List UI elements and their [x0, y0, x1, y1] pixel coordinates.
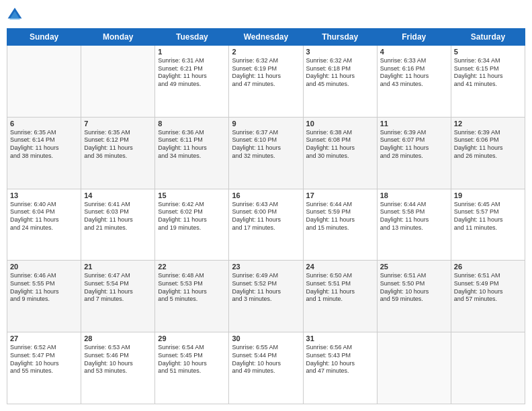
day-number: 15 — [158, 191, 226, 199]
cell-info-line: and 30 minutes. — [306, 152, 374, 161]
header — [7, 7, 525, 23]
calendar-cell: 18Sunrise: 6:44 AMSunset: 5:58 PMDayligh… — [377, 189, 451, 261]
day-header-friday: Friday — [377, 29, 451, 46]
cell-info-line: Sunrise: 6:56 AM — [306, 344, 374, 352]
day-number: 31 — [306, 334, 374, 342]
cell-info-line: Sunrise: 6:40 AM — [10, 201, 78, 209]
cell-info-line: Daylight: 11 hours — [10, 144, 78, 152]
calendar-cell: 4Sunrise: 6:33 AMSunset: 6:16 PMDaylight… — [377, 46, 451, 118]
cell-info-line: and 34 minutes. — [158, 152, 226, 161]
calendar-cell: 12Sunrise: 6:39 AMSunset: 6:06 PMDayligh… — [451, 117, 525, 189]
cell-info-line: Daylight: 11 hours — [158, 144, 226, 152]
cell-info-line: and 11 minutes. — [454, 224, 522, 232]
calendar-cell: 16Sunrise: 6:43 AMSunset: 6:00 PMDayligh… — [229, 189, 303, 261]
week-row-2: 6Sunrise: 6:35 AMSunset: 6:14 PMDaylight… — [7, 117, 525, 189]
cell-info-line: Sunset: 5:55 PM — [10, 280, 78, 288]
day-number: 7 — [84, 120, 152, 128]
day-header-tuesday: Tuesday — [155, 29, 229, 46]
cell-info-line: Sunrise: 6:35 AM — [84, 129, 152, 137]
day-number: 20 — [10, 263, 78, 271]
calendar-cell: 8Sunrise: 6:36 AMSunset: 6:11 PMDaylight… — [155, 117, 229, 189]
cell-info-line: Sunrise: 6:52 AM — [10, 344, 78, 352]
day-number: 1 — [158, 48, 226, 56]
cell-info-line: Sunrise: 6:38 AM — [306, 129, 374, 137]
day-number: 27 — [10, 334, 78, 342]
logo — [7, 7, 26, 23]
cell-info-line: and 47 minutes. — [232, 81, 300, 89]
day-number: 11 — [380, 120, 448, 128]
cell-info-line: Daylight: 11 hours — [454, 216, 522, 224]
calendar-cell: 28Sunrise: 6:53 AMSunset: 5:46 PMDayligh… — [81, 332, 155, 404]
day-number: 25 — [380, 263, 448, 271]
cell-info-line: and 9 minutes. — [10, 295, 78, 304]
cell-info-line: and 59 minutes. — [380, 295, 448, 304]
cell-info-line: Sunrise: 6:39 AM — [454, 129, 522, 137]
cell-info-line: Daylight: 10 hours — [306, 360, 374, 368]
cell-info-line: Daylight: 10 hours — [84, 360, 152, 368]
day-number: 3 — [306, 48, 374, 56]
calendar-cell: 23Sunrise: 6:49 AMSunset: 5:52 PMDayligh… — [229, 261, 303, 332]
cell-info-line: Sunrise: 6:51 AM — [454, 272, 522, 280]
cell-info-line: Daylight: 11 hours — [158, 216, 226, 224]
cell-info-line: Sunset: 6:02 PM — [158, 208, 226, 216]
day-number: 29 — [158, 334, 226, 342]
day-number: 30 — [232, 334, 300, 342]
cell-info-line: Sunrise: 6:33 AM — [380, 57, 448, 65]
cell-info-line: Daylight: 11 hours — [84, 216, 152, 224]
cell-info-line: Daylight: 11 hours — [306, 216, 374, 224]
cell-info-line: Sunset: 5:46 PM — [84, 352, 152, 360]
calendar-cell: 29Sunrise: 6:54 AMSunset: 5:45 PMDayligh… — [155, 332, 229, 404]
calendar-cell: 20Sunrise: 6:46 AMSunset: 5:55 PMDayligh… — [7, 261, 81, 332]
calendar-cell — [81, 46, 155, 118]
calendar-cell: 14Sunrise: 6:41 AMSunset: 6:03 PMDayligh… — [81, 189, 155, 261]
cell-info-line: and 53 minutes. — [84, 367, 152, 375]
cell-info-line: Sunset: 5:47 PM — [10, 352, 78, 360]
cell-info-line: Sunrise: 6:44 AM — [306, 201, 374, 209]
calendar: SundayMondayTuesdayWednesdayThursdayFrid… — [7, 28, 525, 404]
day-header-saturday: Saturday — [451, 29, 525, 46]
cell-info-line: Sunrise: 6:37 AM — [232, 129, 300, 137]
day-number: 23 — [232, 263, 300, 271]
cell-info-line: Sunset: 6:14 PM — [10, 136, 78, 144]
day-number: 24 — [306, 263, 374, 271]
cell-info-line: and 47 minutes. — [306, 367, 374, 375]
cell-info-line: Daylight: 11 hours — [84, 288, 152, 296]
cell-info-line: Sunset: 6:03 PM — [84, 208, 152, 216]
cell-info-line: and 49 minutes. — [232, 367, 300, 375]
cell-info-line: Daylight: 11 hours — [10, 288, 78, 296]
cell-info-line: Sunset: 5:45 PM — [158, 352, 226, 360]
cell-info-line: and 13 minutes. — [380, 224, 448, 232]
cell-info-line: Daylight: 11 hours — [84, 144, 152, 152]
cell-info-line: and 57 minutes. — [454, 295, 522, 304]
cell-info-line: and 7 minutes. — [84, 295, 152, 304]
calendar-cell: 31Sunrise: 6:56 AMSunset: 5:43 PMDayligh… — [303, 332, 377, 404]
day-number: 2 — [232, 48, 300, 56]
day-header-monday: Monday — [81, 29, 155, 46]
day-number: 21 — [84, 263, 152, 271]
logo-icon — [7, 7, 23, 23]
calendar-cell: 24Sunrise: 6:50 AMSunset: 5:51 PMDayligh… — [303, 261, 377, 332]
calendar-cell — [377, 332, 451, 404]
cell-info-line: Sunrise: 6:55 AM — [232, 344, 300, 352]
cell-info-line: Daylight: 11 hours — [306, 144, 374, 152]
cell-info-line: Sunrise: 6:31 AM — [158, 57, 226, 65]
cell-info-line: Sunset: 6:16 PM — [380, 65, 448, 73]
header-row: SundayMondayTuesdayWednesdayThursdayFrid… — [7, 29, 525, 46]
cell-info-line: and 3 minutes. — [232, 295, 300, 304]
cell-info-line: and 28 minutes. — [380, 152, 448, 161]
cell-info-line: Sunrise: 6:54 AM — [158, 344, 226, 352]
calendar-cell — [7, 46, 81, 118]
day-number: 10 — [306, 120, 374, 128]
cell-info-line: and 45 minutes. — [306, 81, 374, 89]
cell-info-line: Daylight: 10 hours — [380, 288, 448, 296]
cell-info-line: Sunrise: 6:34 AM — [454, 57, 522, 65]
cell-info-line: and 5 minutes. — [158, 295, 226, 304]
calendar-cell: 17Sunrise: 6:44 AMSunset: 5:59 PMDayligh… — [303, 189, 377, 261]
calendar-cell: 22Sunrise: 6:48 AMSunset: 5:53 PMDayligh… — [155, 261, 229, 332]
cell-info-line: Daylight: 11 hours — [232, 216, 300, 224]
day-number: 17 — [306, 191, 374, 199]
cell-info-line: Sunrise: 6:43 AM — [232, 201, 300, 209]
day-number: 6 — [10, 120, 78, 128]
cell-info-line: Sunset: 5:53 PM — [158, 280, 226, 288]
day-number: 5 — [454, 48, 522, 56]
